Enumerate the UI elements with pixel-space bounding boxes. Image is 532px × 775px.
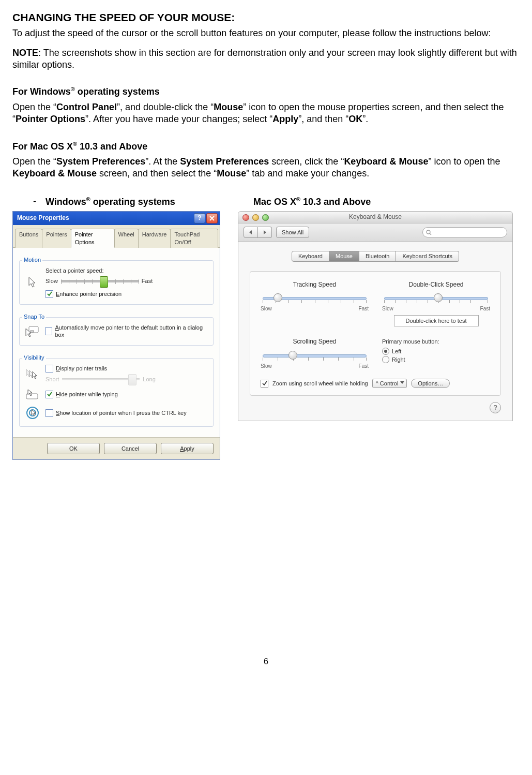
left-label: Left — [392, 348, 401, 355]
zoom-checkbox[interactable] — [261, 380, 268, 388]
zoom-label: Zoom using scroll wheel while holding — [272, 380, 368, 387]
window-title: Keyboard & Mouse — [349, 213, 402, 221]
heading-text: 10.3 and Above — [77, 141, 147, 152]
back-button[interactable] — [244, 227, 258, 238]
registered-symbol: ® — [71, 86, 75, 92]
tab-wheel[interactable]: Wheel — [114, 229, 139, 248]
registered-symbol: ® — [73, 141, 77, 147]
tracking-speed-block: Tracking Speed SlowFast — [261, 281, 369, 327]
pointer-speed-label: Select a pointer speed: — [45, 267, 208, 274]
options-button[interactable]: Options… — [411, 379, 450, 388]
tab-hardware[interactable]: Hardware — [138, 229, 171, 248]
cancel-button[interactable]: Cancel — [104, 443, 157, 454]
snap-label: Automatically move pointer to the defaul… — [55, 324, 208, 339]
double-click-test-field[interactable]: Double-click here to test — [394, 315, 479, 326]
caption-text: Mac OS X — [253, 197, 296, 207]
tab-bar: Keyboard Mouse Bluetooth Keyboard Shortc… — [250, 251, 501, 261]
windows-heading: For Windows® operating systems — [12, 85, 520, 98]
hide-checkbox[interactable] — [45, 391, 53, 398]
svg-point-5 — [427, 230, 430, 234]
windows-caption: - Windows® operating systems — [33, 196, 220, 208]
registered-symbol: ® — [296, 196, 300, 202]
tab-keyboard[interactable]: Keyboard — [292, 251, 329, 261]
close-button[interactable] — [206, 213, 218, 223]
forward-button[interactable] — [258, 227, 272, 238]
help-button[interactable]: ? — [194, 213, 205, 223]
note-paragraph: NOTE: The screenshots show in this secti… — [12, 47, 520, 71]
double-click-speed-block: Double-Click Speed SlowFast Double-click… — [382, 281, 490, 327]
scrolling-speed-block: Scrolling Speed SlowFast — [261, 338, 369, 369]
slow-label: Slow — [45, 277, 58, 285]
tab-pointers[interactable]: Pointers — [42, 229, 71, 248]
text-bold: Mouse — [214, 102, 243, 112]
help-button[interactable]: ? — [490, 402, 501, 413]
enhance-precision-label: Enhance pointer precision — [56, 290, 121, 297]
chevron-right-icon — [263, 230, 267, 234]
zoom-button[interactable] — [262, 214, 269, 221]
page-title: CHANGING THE SPEED OF YOUR MOUSE: — [12, 10, 520, 24]
visibility-group-title: Visibility — [22, 354, 46, 361]
text: ” tab and make your changes. — [246, 168, 369, 178]
scrolling-speed-slider[interactable] — [261, 349, 369, 364]
hide-label: Hide pointer while typing — [56, 391, 118, 398]
text-bold: Apply — [272, 114, 298, 124]
modifier-select[interactable]: ^ Control — [372, 379, 407, 388]
short-label: Short — [45, 376, 59, 383]
ctrl-locate-icon — [25, 406, 40, 420]
enhance-precision-checkbox[interactable] — [45, 290, 53, 298]
window-title: Mouse Properties — [17, 214, 69, 222]
motion-group-title: Motion — [22, 257, 42, 263]
ctrl-locate-label: Show location of pointer when I press th… — [56, 409, 187, 416]
text: ”. At the — [145, 156, 180, 167]
text-bold: Mouse — [217, 168, 246, 178]
apply-button[interactable]: Apply — [161, 443, 214, 454]
tab-keyboard-shortcuts[interactable]: Keyboard Shortcuts — [396, 251, 459, 261]
tab-buttons[interactable]: Buttons — [15, 229, 42, 248]
mac-heading: For Mac OS X® 10.3 and Above — [12, 140, 520, 153]
note-label: NOTE — [12, 48, 38, 58]
heading-text: For Mac OS X — [12, 141, 73, 152]
windows-mouse-properties-dialog: Mouse Properties ? Buttons Pointers Poin… — [12, 211, 220, 460]
visibility-group: Display pointer trails Short Long — [19, 358, 214, 427]
text: ”, and then “ — [298, 114, 348, 124]
show-all-button[interactable]: Show All — [276, 227, 309, 238]
hide-icon — [25, 387, 40, 401]
close-button[interactable] — [242, 214, 249, 221]
fast-label: Fast — [142, 277, 153, 285]
text-bold: System Preferences — [180, 156, 269, 167]
text: Open the “ — [12, 102, 56, 112]
note-text: : The screenshots show in this section a… — [12, 48, 517, 70]
tab-touchpad[interactable]: TouchPad On/Off — [170, 229, 218, 248]
text: ” icon to open the — [428, 156, 500, 167]
minimize-button[interactable] — [252, 214, 259, 221]
tracking-speed-slider[interactable] — [261, 292, 369, 306]
ok-button[interactable]: OK — [47, 443, 100, 454]
text: ”. — [362, 114, 368, 124]
tab-pointer-options[interactable]: Pointer Options — [71, 229, 115, 248]
search-field[interactable] — [422, 227, 507, 237]
snapto-group-title: Snap To — [22, 314, 46, 320]
tab-mouse[interactable]: Mouse — [329, 251, 359, 261]
tab-bluetooth[interactable]: Bluetooth — [359, 251, 396, 261]
pointer-speed-slider[interactable]: Slow Fast — [45, 277, 208, 285]
snap-checkbox[interactable] — [45, 327, 53, 335]
trails-label: Display pointer trails — [56, 365, 107, 372]
text: Open the “ — [12, 156, 56, 167]
titlebar[interactable]: Keyboard & Mouse — [238, 212, 512, 223]
caption-text: operating systems — [90, 197, 175, 207]
dash: - — [33, 196, 36, 208]
svg-line-6 — [430, 233, 431, 235]
intro-paragraph: To adjust the speed of the cursor or the… — [12, 27, 520, 39]
primary-left-radio[interactable] — [382, 348, 389, 355]
trails-checkbox[interactable] — [45, 365, 53, 372]
titlebar[interactable]: Mouse Properties ? — [13, 212, 220, 225]
tracking-speed-label: Tracking Speed — [261, 281, 369, 289]
primary-right-radio[interactable] — [382, 356, 389, 363]
ctrl-locate-checkbox[interactable] — [45, 409, 53, 417]
motion-group: Select a pointer speed: Slow Fast — [19, 260, 214, 305]
long-label: Long — [143, 376, 155, 383]
trails-icon — [25, 367, 40, 381]
text: screen, and then select the “ — [97, 168, 217, 178]
double-click-speed-slider[interactable] — [382, 292, 490, 306]
search-icon — [426, 230, 432, 235]
